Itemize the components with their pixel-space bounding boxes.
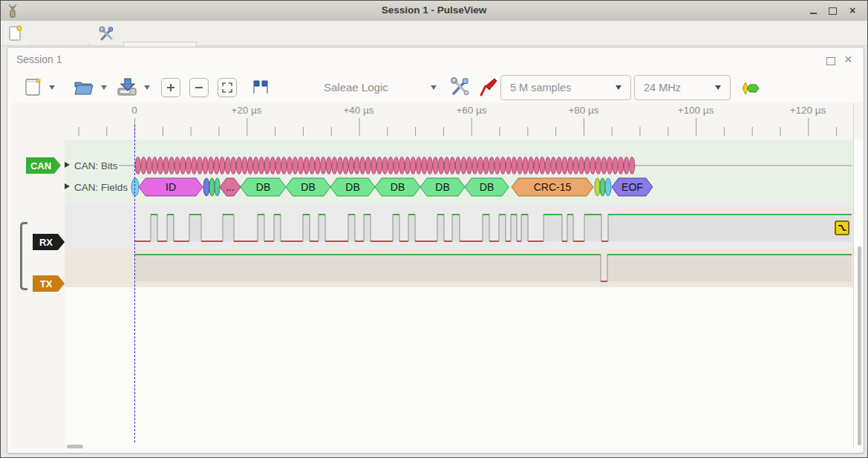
window-title: Session 1 - PulseView	[1, 1, 867, 21]
tx-waveform	[134, 255, 852, 281]
main-toolbar: Run Session 1 ×	[1, 21, 867, 46]
channels-probe-icon[interactable]	[478, 76, 499, 98]
bits-row-expander[interactable]	[65, 162, 70, 168]
horizontal-scrollbar[interactable]	[67, 445, 83, 448]
session-subwindow: Session 1 ×	[7, 47, 864, 454]
settings-tools-icon[interactable]	[98, 25, 116, 43]
pulseview-window: Session 1 - PulseView × Run Session 1	[0, 0, 868, 458]
bits-row-label: CAN: Bits	[74, 160, 118, 171]
fields-row-expander[interactable]	[65, 183, 70, 189]
new-session-icon[interactable]	[8, 25, 23, 42]
vertical-scrollbar[interactable]	[858, 246, 861, 445]
device-dropdown-caret[interactable]	[431, 85, 437, 90]
can-decoder-tag[interactable]: CAN	[26, 157, 61, 174]
channel-group-bracket	[20, 222, 27, 290]
window-close-button[interactable]: ×	[847, 6, 858, 16]
sample-rate-select[interactable]: 24 MHz	[634, 75, 731, 100]
svg-text:DB: DB	[435, 181, 449, 193]
subwindow-maximize-button[interactable]	[826, 57, 835, 65]
zoom-fit-button[interactable]	[218, 78, 237, 97]
add-decoder-icon[interactable]	[740, 80, 763, 96]
window-maximize-button[interactable]	[827, 6, 838, 16]
ruler-ticks	[79, 118, 837, 136]
window-minimize-button[interactable]	[808, 6, 818, 16]
svg-text:DB: DB	[345, 181, 359, 193]
device-config-icon[interactable]	[449, 76, 471, 98]
svg-text:DB: DB	[301, 181, 315, 193]
sample-rate-caret	[715, 85, 721, 90]
falling-edge-trigger-marker[interactable]	[835, 220, 849, 235]
subwindow-title: Session 1	[16, 53, 62, 65]
sample-count-select[interactable]: 5 M samples	[500, 75, 631, 100]
open-file-dropdown-caret[interactable]	[101, 85, 107, 90]
new-file-dropdown-caret[interactable]	[49, 85, 55, 90]
tx-channel-tag[interactable]: TX	[33, 275, 65, 292]
new-file-icon[interactable]	[24, 76, 43, 97]
subwindow-close-button[interactable]: ×	[844, 52, 852, 68]
fields-row-label: CAN: Fields	[74, 182, 128, 193]
zoom-in-button[interactable]	[161, 78, 180, 97]
svg-text:DB: DB	[480, 181, 494, 193]
save-file-icon[interactable]	[116, 76, 138, 97]
rx-channel-tag[interactable]: RX	[33, 234, 65, 250]
device-selector[interactable]: Saleae Logic	[324, 81, 388, 94]
trace-view[interactable]: 0+20 µs+40 µs+60 µs+80 µs+100 µs+120 µs …	[12, 102, 863, 448]
svg-text:DB: DB	[256, 181, 270, 193]
can-fields-row: ID...DBDBDBDBDBDBCRC-15EOF	[131, 178, 653, 196]
svg-text:EOF: EOF	[621, 181, 643, 193]
sample-count-caret	[616, 85, 621, 90]
zoom-out-button[interactable]	[189, 78, 209, 97]
time-cursor-line[interactable]	[134, 125, 135, 442]
open-file-icon[interactable]	[73, 78, 95, 96]
rx-waveform	[134, 215, 852, 241]
svg-text:ID: ID	[166, 181, 176, 193]
sample-rate-value: 24 MHz	[644, 82, 715, 94]
window-titlebar: Session 1 - PulseView ×	[1, 1, 867, 22]
save-dropdown-caret[interactable]	[144, 85, 150, 90]
show-cursors-edges-icon[interactable]	[250, 79, 271, 95]
can-bits-row	[119, 157, 852, 174]
svg-text:DB: DB	[391, 181, 405, 193]
sample-count-value: 5 M samples	[510, 82, 616, 94]
waveform-layer: ID...DBDBDBDBDBDBCRC-15EOF	[12, 102, 863, 448]
svg-text:CRC-15: CRC-15	[534, 181, 572, 193]
svg-text:...: ...	[226, 181, 235, 193]
